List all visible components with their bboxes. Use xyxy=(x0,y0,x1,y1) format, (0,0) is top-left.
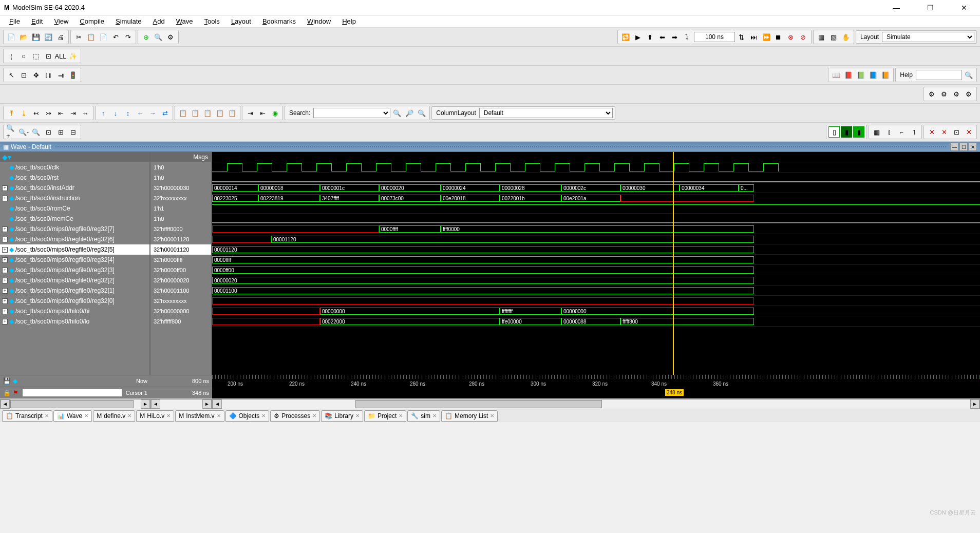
wave-min-button[interactable]: ― xyxy=(950,143,958,151)
sb2-track[interactable] xyxy=(160,399,202,409)
signal-row[interactable]: ◆/soc_tb/soc0/memCe xyxy=(0,214,149,224)
sb2-right[interactable]: ► xyxy=(202,399,212,409)
save-button[interactable]: 💾 xyxy=(30,31,42,43)
menu-file[interactable]: File xyxy=(4,16,25,26)
signal-row[interactable]: +◆/soc_tb/soc0/instAddr xyxy=(0,183,149,193)
tab-define-v[interactable]: Mdefine.v ✕ xyxy=(93,410,135,422)
stepper-button[interactable]: ⇅ xyxy=(736,31,747,43)
expand-icon[interactable]: + xyxy=(2,288,8,294)
minimize-button[interactable]: ― xyxy=(884,1,908,15)
cursor-add1[interactable]: ⤒ xyxy=(6,107,17,119)
tab-close-icon[interactable]: ✕ xyxy=(217,413,221,418)
expand-icon[interactable]: + xyxy=(2,237,8,242)
menu-simulate[interactable]: Simulate xyxy=(110,16,147,26)
menu-bookmarks[interactable]: Bookmarks xyxy=(257,16,301,26)
tab-hilo-v[interactable]: MHiLo.v ✕ xyxy=(136,410,174,422)
toggle2-button[interactable]: ▧ xyxy=(828,31,839,43)
edge-both[interactable]: ↕ xyxy=(122,107,134,119)
sb1-right[interactable]: ► xyxy=(141,399,150,409)
waveform-canvas[interactable]: 00000014000000180000001c0000002000000024… xyxy=(212,152,980,375)
menu-view[interactable]: View xyxy=(49,16,73,26)
mode2-button[interactable]: ○ xyxy=(18,50,29,62)
tab-close-icon[interactable]: ✕ xyxy=(45,413,49,418)
expand-icon[interactable]: + xyxy=(2,298,8,304)
cursor-last[interactable]: ⇥ xyxy=(67,107,79,119)
find-button[interactable]: 🔍 xyxy=(153,31,164,43)
delete4-icon[interactable]: ✕ xyxy=(963,126,974,138)
menu-window[interactable]: Window xyxy=(302,16,336,26)
signal-row[interactable]: +◆/soc_tb/soc0/mips0/regfile0/reg32[6] xyxy=(0,234,149,244)
wave-row[interactable]: 0000ffff xyxy=(212,255,980,265)
gear2-button[interactable]: ⚙ xyxy=(938,88,950,100)
mode5-button[interactable]: ALL xyxy=(55,50,66,62)
signal-row[interactable]: +◆/soc_tb/soc0/mips0/regfile0/reg32[1] xyxy=(0,285,149,296)
tab-objects[interactable]: 🔷Objects ✕ xyxy=(225,410,270,422)
book5-button[interactable]: 📙 xyxy=(880,69,891,81)
delete2-icon[interactable]: ✕ xyxy=(938,126,950,138)
search-all-icon[interactable]: 🔍 xyxy=(416,107,427,119)
copy-wave5[interactable]: 📋 xyxy=(227,107,238,119)
tab-library[interactable]: 📚Library ✕ xyxy=(321,410,363,422)
signal-row[interactable]: ◆/soc_tb/soc0/romCe xyxy=(0,203,149,214)
signal-row[interactable]: ◆/soc_tb/soc0/rst xyxy=(0,173,149,183)
grid2-icon[interactable]: ⫿ xyxy=(883,126,895,138)
sb1-track[interactable] xyxy=(10,399,141,409)
add-button[interactable]: ⊕ xyxy=(140,31,152,43)
step-forward-button[interactable]: ➡ xyxy=(669,31,681,43)
break-button[interactable]: ⏹ xyxy=(773,31,784,43)
wave-row[interactable] xyxy=(212,173,980,183)
vlines-button[interactable]: ⫿⫿ xyxy=(43,69,54,81)
cursor-next[interactable]: ↣ xyxy=(43,107,54,119)
close-button[interactable]: ✕ xyxy=(952,1,976,15)
expand-icon[interactable]: + xyxy=(2,278,8,283)
delete3-icon[interactable]: ⊡ xyxy=(951,126,962,138)
menu-edit[interactable]: Edit xyxy=(26,16,48,26)
step-up-button[interactable]: ⬆ xyxy=(645,31,656,43)
cursor-line[interactable] xyxy=(673,152,674,375)
wave-row[interactable] xyxy=(212,203,980,214)
traffic-icon[interactable]: 🚦 xyxy=(67,69,79,81)
step-over-button[interactable]: ⤵ xyxy=(682,31,693,43)
stop-button[interactable]: ⊗ xyxy=(785,31,797,43)
grid1-icon[interactable]: ▦ xyxy=(871,126,882,138)
settings-button[interactable]: ⚙ xyxy=(165,31,176,43)
tab-close-icon[interactable]: ✕ xyxy=(312,413,316,418)
time-step-input[interactable] xyxy=(694,32,735,42)
signal-row[interactable]: +◆/soc_tb/soc0/mips0/hilo0/hi xyxy=(0,306,149,316)
copy-wave4[interactable]: 📋 xyxy=(214,107,225,119)
tab-close-icon[interactable]: ✕ xyxy=(84,413,88,418)
edge-up[interactable]: ↑ xyxy=(98,107,109,119)
run-button[interactable]: ▶ xyxy=(632,31,644,43)
zoom-in-button[interactable]: 🔍+ xyxy=(6,126,17,138)
lock-icon[interactable]: 🔒 xyxy=(3,389,11,396)
tab-processes[interactable]: ⚙Processes ✕ xyxy=(270,410,320,422)
trans-in[interactable]: ⇥ xyxy=(244,107,256,119)
mode6-button[interactable]: ✨ xyxy=(67,50,79,62)
book3-button[interactable]: 📗 xyxy=(855,69,866,81)
edge-left[interactable]: ← xyxy=(135,107,146,119)
wave-max-button[interactable]: ☐ xyxy=(959,143,968,151)
sb1-left[interactable]: ◄ xyxy=(1,399,10,409)
gear3-button[interactable]: ⚙ xyxy=(951,88,962,100)
tab-transcript[interactable]: 📋Transcript ✕ xyxy=(2,410,52,422)
layout-select[interactable]: Simulate xyxy=(882,32,974,42)
restart-button[interactable]: 🔁 xyxy=(620,31,631,43)
grid3-icon[interactable]: ⌐ xyxy=(896,126,907,138)
tab-project[interactable]: 📁Project ✕ xyxy=(364,410,406,422)
expand-icon[interactable]: + xyxy=(2,247,8,253)
expand-icon[interactable]: + xyxy=(2,226,8,232)
mode4-button[interactable]: ⊡ xyxy=(43,50,54,62)
wave-row[interactable] xyxy=(212,162,980,173)
wave-row[interactable]: 00001100 xyxy=(212,285,980,296)
wave-row[interactable]: 00223025002238193407ffff00073c0000e20018… xyxy=(212,193,980,203)
zoom-cursor-button[interactable]: ⊞ xyxy=(55,126,66,138)
zoom-fit-button[interactable]: ⊡ xyxy=(43,126,54,138)
redo-button[interactable]: ↷ xyxy=(122,31,134,43)
signal-row[interactable]: +◆/soc_tb/soc0/instruction xyxy=(0,193,149,203)
zoom-out-button[interactable]: 🔍- xyxy=(18,126,29,138)
toggle1-button[interactable]: ▦ xyxy=(816,31,827,43)
signal-row[interactable]: +◆/soc_tb/soc0/mips0/regfile0/reg32[0] xyxy=(0,296,149,306)
signal-row[interactable]: +◆/soc_tb/soc0/mips0/regfile0/reg32[5] xyxy=(0,244,149,255)
waveform1-icon[interactable]: ▯ xyxy=(828,126,840,138)
undo-button[interactable]: ↶ xyxy=(110,31,121,43)
